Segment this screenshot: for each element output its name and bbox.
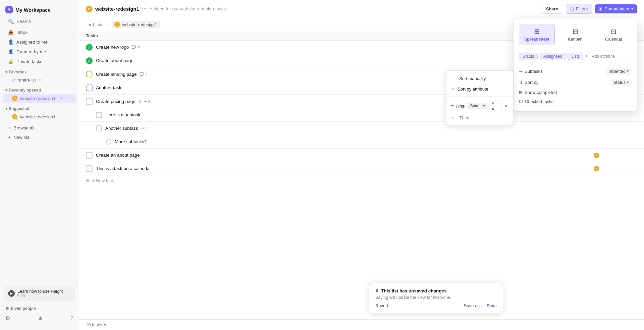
task-checkbox[interactable] xyxy=(96,112,102,118)
settings-icon[interactable]: ⚙ xyxy=(5,315,10,321)
task-comment-badge: 💬 10 xyxy=(131,45,141,49)
add-attribute-button[interactable]: + + Add attribute xyxy=(585,54,615,59)
checked-tasks-text: Checked tasks xyxy=(525,99,553,104)
favorites-section[interactable]: ▾ Favorites xyxy=(0,66,79,76)
spreadsheet-tab-icon: ⊞ xyxy=(534,28,540,36)
sort-chip[interactable]: Status ▾ xyxy=(467,103,487,109)
task-name-label: More subtasks? xyxy=(115,139,147,144)
task-checkbox[interactable] xyxy=(86,165,93,172)
sort-by-row: ⇅ Sort by Status ▾ xyxy=(519,77,632,88)
sidebar-item-website-redesign-recent[interactable]: ⊙ website-redesign1 ★ xyxy=(3,94,76,103)
attr-chip-lists[interactable]: Lists xyxy=(568,53,583,60)
project-breadcrumb-icon: ⊙ xyxy=(114,22,120,27)
task-name-label: Create an about page xyxy=(96,153,140,158)
toast-subtitle: Saving will update the view for everyone… xyxy=(375,295,497,300)
task-checkbox[interactable] xyxy=(96,125,102,131)
new-tab-icon[interactable]: ⊕ xyxy=(38,315,43,321)
chevron-down-icon3: ▾ xyxy=(5,106,7,111)
created-label: Created by me xyxy=(16,49,46,54)
topbar-actions: Share ⊟ Filters ⊞ Spreadsheet ▾ xyxy=(541,4,637,14)
chevron-down-icon6: ▾ xyxy=(627,69,629,73)
sort-by-value-button[interactable]: Status ▾ xyxy=(610,79,632,86)
spreadsheet-view-button[interactable]: ⊞ Spreadsheet ▾ xyxy=(595,4,637,13)
kanban-tab-icon: ⊟ xyxy=(573,28,578,36)
sort-manually-label: Sort manually xyxy=(459,76,486,81)
browse-all-button[interactable]: + Browse all xyxy=(3,123,76,132)
sidebar-item-inbox[interactable]: 📥 Inbox xyxy=(3,28,76,37)
main-content: ⊙ website-redesign1 ··· A place for our … xyxy=(79,0,644,330)
save-button[interactable]: Save xyxy=(487,303,497,308)
table-row: This is a task on a calendar ⊙ xyxy=(79,162,644,175)
task-checkbox[interactable] xyxy=(86,152,93,159)
plus-icon2: + xyxy=(8,135,11,140)
search-button[interactable]: 🔍 Search xyxy=(3,17,76,26)
chevron-down-icon5: ▾ xyxy=(104,322,106,327)
inbox-icon: 📥 xyxy=(8,30,14,35)
tab-kanban[interactable]: ⊟ Kanban xyxy=(557,24,593,45)
table-row: Another subtask ⇥ 1 xyxy=(79,122,644,135)
task-name-label: Create pricing page xyxy=(96,99,136,104)
filters-label: Filters xyxy=(576,6,588,11)
subtasks-icon: ⇥ xyxy=(519,69,523,74)
sort-chip-label: Status xyxy=(470,104,481,108)
task-checkbox[interactable] xyxy=(106,139,111,145)
new-list-button[interactable]: + New list xyxy=(3,133,76,142)
tab-spreadsheet[interactable]: ⊞ Spreadsheet xyxy=(519,24,555,45)
kanban-tab-label: Kanban xyxy=(568,37,582,42)
learn-box[interactable]: ▶ Learn how to use Height 6.23 xyxy=(4,286,75,301)
help-icon[interactable]: ? xyxy=(70,315,73,321)
sidebar-item-created[interactable]: 👤 Created by me xyxy=(3,47,76,56)
sidebar-item-website-redesign-suggested[interactable]: ⊙ website-redesign1 xyxy=(3,112,76,121)
new-task-button[interactable]: ⊕ + New task xyxy=(79,175,644,186)
sort-by-attribute-item[interactable]: ✓ Sort by attribute xyxy=(446,84,513,94)
topbar: ⊙ website-redesign1 ··· A place for our … xyxy=(79,0,644,18)
tab-calendar[interactable]: ⊡ Calendar xyxy=(596,24,632,45)
breadcrumb-project-label: website-redesign1 xyxy=(122,22,157,27)
sort-direction-button[interactable]: A → Z xyxy=(490,101,501,111)
suggested-section[interactable]: ▾ Suggested xyxy=(0,103,79,112)
subtasks-value-button[interactable]: Indented ▾ xyxy=(606,68,632,75)
sidebar-item-private[interactable]: 🔒 Private tasks xyxy=(3,57,76,66)
col-tasks-header: Tasks xyxy=(86,33,540,38)
plus-icon: + xyxy=(8,125,11,130)
remove-sort-button[interactable]: ✕ xyxy=(504,103,508,109)
user-plus-icon: 👤 xyxy=(8,49,14,54)
task-checkbox[interactable] xyxy=(86,98,93,105)
invite-people-button[interactable]: ⊕ Invite people xyxy=(0,304,79,313)
then-row[interactable]: + + Then xyxy=(446,113,513,122)
recent-item-label: website-redesign1 xyxy=(20,96,56,101)
attr-chip-status[interactable]: Status xyxy=(519,53,538,60)
checkbox-icon: ☑ xyxy=(519,99,523,104)
share-button[interactable]: Share xyxy=(541,4,563,14)
chevron-down-icon: ▾ xyxy=(5,70,7,74)
breadcrumb-lists[interactable]: ≡ Lists xyxy=(86,21,105,28)
task-checkbox[interactable]: ✓ xyxy=(86,57,93,64)
sidebar-item-assigned[interactable]: 👤 Assigned to me xyxy=(3,37,76,47)
task-checkbox[interactable]: ✓ xyxy=(86,44,93,51)
revert-button[interactable]: Revert xyxy=(375,303,388,308)
task-checkbox[interactable] xyxy=(86,85,93,91)
grid-icon: ⊞ xyxy=(519,90,523,95)
first-sort-row: ≡ First: Status ▾ A → Z ✕ xyxy=(446,99,513,113)
search-label: Search xyxy=(16,19,31,24)
recently-opened-section[interactable]: ▾ Recently opened xyxy=(0,85,79,94)
sidebar-item-smart-list[interactable]: ◇ smart-list ⊜ xyxy=(3,76,76,84)
unsaved-changes-toast: ≡ This list has unsaved changes Saving w… xyxy=(369,283,503,313)
project-icon2: ⊙ xyxy=(12,114,17,119)
breadcrumb-project[interactable]: ⊙ website-redesign1 xyxy=(112,21,160,28)
spreadsheet-label: Spreadsheet xyxy=(604,6,629,11)
subtasks-label: ⇥ Subtasks xyxy=(519,69,542,74)
sort-manually-item[interactable]: Sort manually xyxy=(446,73,513,84)
attr-chip-assignees[interactable]: Assignees xyxy=(540,53,566,60)
subtasks-row: ⇥ Subtasks Indented ▾ xyxy=(519,66,632,77)
sort-by-label: ⇅ Sort by xyxy=(519,80,538,85)
sort-direction-label: A → Z xyxy=(492,101,499,111)
save-as-button[interactable]: Save as... xyxy=(464,303,483,308)
task-checkbox[interactable] xyxy=(86,71,93,77)
task-footer[interactable]: 10 tasks ▾ xyxy=(79,319,644,330)
filters-button[interactable]: ⊟ Filters xyxy=(566,4,592,14)
workspace-header[interactable]: M My Workspace xyxy=(0,4,79,17)
diamond-icon: ◇ xyxy=(12,77,15,82)
plus-icon4: + xyxy=(585,54,588,59)
dots-menu[interactable]: ··· xyxy=(142,5,147,12)
